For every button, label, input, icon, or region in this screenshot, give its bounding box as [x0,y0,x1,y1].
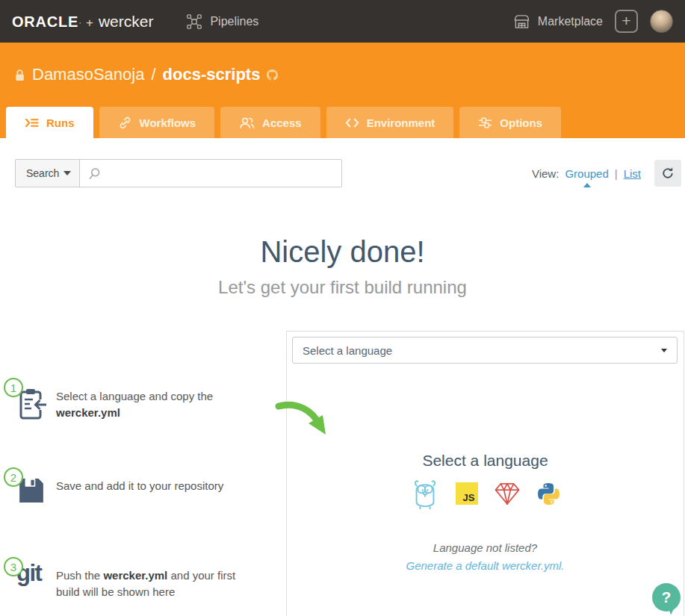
tab-workflows-label: Workflows [140,116,196,129]
view-switcher: View: Grouped | List [532,167,641,180]
search-dropdown-label: Search [26,167,59,179]
step-3-text-before: Push the [56,569,103,582]
logo-plus-sign: + [86,16,93,31]
nav-marketplace[interactable]: Marketplace [513,13,603,29]
access-icon [239,116,255,129]
grouped-label: Grouped [565,167,608,180]
add-application-button[interactable]: + [615,10,638,33]
python-icon[interactable] [536,482,561,506]
lock-icon [15,69,25,81]
help-button[interactable]: ? [652,583,681,612]
search-group: Search [15,159,342,187]
search-input[interactable] [108,167,333,179]
generate-wercker-yml-link[interactable]: Generate a default wercker.yml. [287,559,684,572]
tab-access[interactable]: Access [220,107,320,138]
trademark-mark: ' [79,21,81,28]
ruby-gem-icon[interactable] [494,482,521,505]
language-select-dropdown[interactable]: Select a language [292,337,678,364]
tab-environment-label: Environment [367,116,436,129]
pipelines-icon [186,13,202,30]
step-3-iconbox: 3 git [0,557,56,611]
step-3-text-bold: wercker.yml [103,569,167,582]
refresh-button[interactable] [654,160,681,187]
view-list-link[interactable]: List [624,167,641,180]
step-1: 1 Select a language and copy the wercker… [0,378,278,432]
hero: Nicely done! Let's get your first build … [0,235,685,298]
sliders-icon [478,116,492,129]
language-panel: Select a language Select a language JS [286,331,684,616]
marketplace-icon [513,13,530,29]
step-2-text: Save and add it to your repository [56,467,243,521]
tab-environment[interactable]: Environment [326,107,454,138]
nav-pipelines[interactable]: Pipelines [186,13,258,30]
top-navbar: ORACLE ' + wercker Pipelines Marketplace… [0,0,685,43]
repo-tabs: Runs Workflows Access Environment Option… [6,107,561,138]
view-label: View: [532,167,559,180]
repo-owner-link[interactable]: DamasoSanoja [32,65,144,84]
page-subtitle: Let's get your first build running [0,277,685,298]
pipelines-label: Pipelines [210,15,258,28]
user-avatar[interactable] [650,10,673,33]
runs-toolbar: Search View: Grouped | List [0,159,685,187]
step-3-number-badge: 3 [4,557,23,576]
tab-options-label: Options [500,116,542,129]
view-separator: | [615,167,618,180]
github-icon[interactable] [267,69,278,81]
language-select-value: Select a language [303,344,392,357]
tab-workflows[interactable]: Workflows [99,107,215,138]
tab-options[interactable]: Options [459,107,561,138]
search-type-dropdown[interactable]: Search [16,160,80,187]
step-3-text: Push the wercker.yml and your first buil… [56,557,243,611]
step-2-text-before: Save and add it to your repository [56,479,223,492]
question-mark-icon: ? [662,588,672,606]
tab-runs-label: Runs [46,116,75,129]
javascript-icon[interactable]: JS [456,482,478,505]
breadcrumb-separator: / [151,65,155,84]
repo-header: DamasoSanoja / docs-scripts Runs Workflo… [0,43,685,138]
view-grouped-link[interactable]: Grouped [565,167,608,180]
repo-name[interactable]: docs-scripts [163,65,261,84]
step-2-iconbox: 2 [0,467,56,521]
step-1-text-before: Select a language and copy the [56,390,213,402]
oracle-logo-text: ORACLE [12,13,78,31]
marketplace-label: Marketplace [538,15,603,28]
search-icon [88,167,101,180]
step-1-iconbox: 1 [0,378,56,432]
breadcrumb: DamasoSanoja / docs-scripts [0,43,685,84]
language-icons-row: JS [287,479,684,508]
wercker-logo-text: wercker [99,13,154,31]
tab-access-label: Access [262,116,302,129]
step-1-text-bold: wercker.yml [56,406,120,419]
search-input-wrap [80,160,341,187]
step-1-number-badge: 1 [4,378,23,397]
step-3: 3 git Push the wercker.yml and your firs… [0,557,278,611]
refresh-icon [661,167,675,180]
step-2-number-badge: 2 [4,467,23,487]
clipboard-copy-icon [18,388,46,423]
code-brackets-icon [345,117,359,128]
chevron-down-icon [63,171,71,175]
tab-runs[interactable]: Runs [6,107,93,138]
oracle-wercker-logo[interactable]: ORACLE ' + wercker [12,13,153,31]
step-2: 2 Save and add it to your repository [0,467,278,521]
select-caret-icon [661,349,667,352]
golang-gopher-icon[interactable] [410,478,440,509]
language-not-listed-text: Language not listed? [287,541,684,554]
page-title: Nicely done! [0,235,685,269]
workflows-icon [118,116,132,130]
active-view-caret-icon [583,183,591,187]
runs-icon [25,117,39,128]
step-1-text: Select a language and copy the wercker.y… [56,378,243,432]
select-language-heading: Select a language [287,452,684,470]
